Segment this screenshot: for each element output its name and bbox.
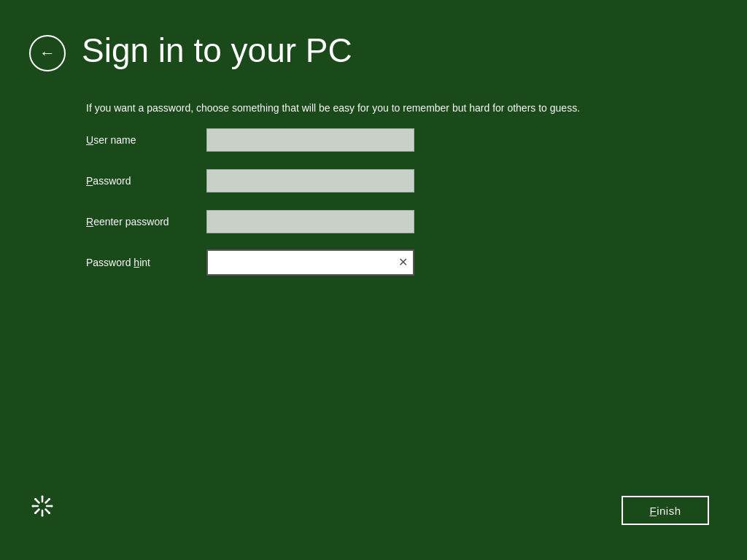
password-hint-row: Password hint ✕ [86, 245, 414, 280]
password-hint-input-wrapper: ✕ [206, 249, 414, 276]
password-input[interactable] [206, 169, 414, 192]
reenter-password-row: Reenter password [86, 204, 414, 239]
password-label: Password [86, 175, 206, 187]
back-button[interactable] [29, 35, 66, 71]
svg-point-12 [34, 498, 36, 500]
page-subtitle: If you want a password, choose something… [86, 102, 580, 114]
svg-point-14 [48, 498, 50, 500]
reenter-password-input[interactable] [206, 210, 414, 233]
password-row: Password [86, 163, 414, 198]
page-title: Sign in to your PC [82, 31, 352, 70]
svg-point-15 [34, 512, 36, 514]
username-row: User name [86, 122, 414, 158]
username-input[interactable] [206, 128, 414, 152]
password-hint-input[interactable] [206, 249, 414, 276]
sign-in-form: User name Password Reenter password Pass… [86, 122, 414, 286]
svg-point-13 [48, 512, 50, 514]
svg-point-11 [51, 505, 53, 508]
clear-hint-button[interactable]: ✕ [395, 255, 410, 270]
loading-icon [31, 494, 54, 518]
svg-point-8 [42, 496, 44, 498]
finish-button[interactable]: Finish [622, 496, 709, 525]
username-label: User name [86, 134, 206, 146]
reenter-password-label: Reenter password [86, 216, 206, 228]
svg-point-9 [42, 515, 44, 517]
password-hint-label: Password hint [86, 257, 206, 268]
svg-point-10 [32, 505, 34, 508]
